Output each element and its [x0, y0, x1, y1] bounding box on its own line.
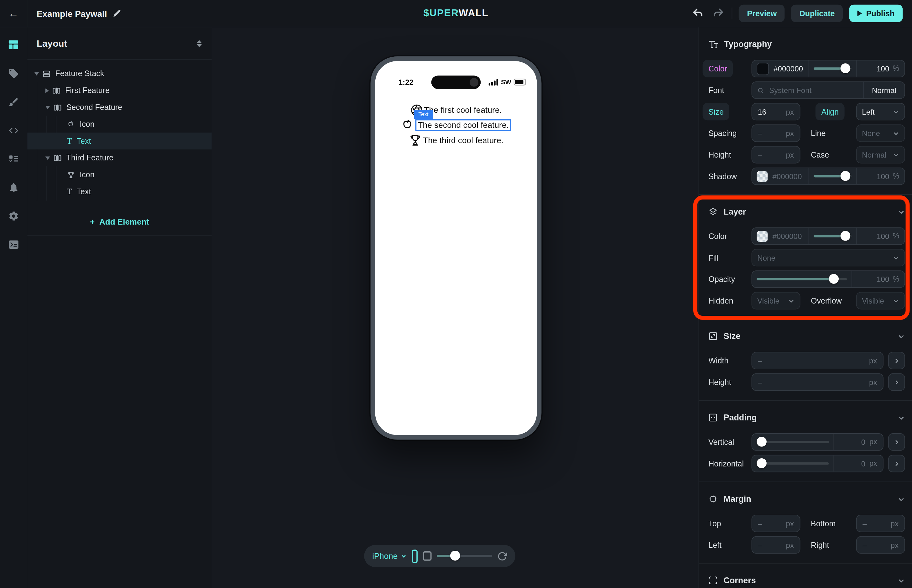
horizontal-padding-slider[interactable]	[752, 456, 833, 472]
zoom-slider[interactable]	[437, 551, 492, 561]
color-alpha-slider[interactable]	[809, 60, 856, 77]
refresh-icon[interactable]	[497, 551, 507, 561]
width-expand-button[interactable]	[888, 352, 905, 369]
opacity-value[interactable]: 100 %	[852, 271, 904, 287]
undo-button[interactable]	[691, 6, 705, 20]
landscape-icon[interactable]	[423, 551, 431, 561]
text-color-label[interactable]: Color	[703, 60, 733, 78]
hidden-dropdown[interactable]: Visible	[752, 292, 801, 310]
padding-section-header[interactable]: Padding	[709, 409, 905, 426]
text-icon: T	[67, 187, 72, 196]
color-swatch[interactable]	[757, 63, 769, 75]
back-arrow-icon: ←	[8, 8, 18, 18]
sidebar-item-layout[interactable]	[3, 35, 23, 55]
font-size-input[interactable]: 16 px	[752, 103, 801, 121]
shadow-alpha-value[interactable]: 100 %	[856, 168, 904, 184]
overflow-dropdown[interactable]: Visible	[856, 292, 905, 310]
sidebar-item-settings[interactable]	[3, 206, 23, 226]
layer-section-header[interactable]: Layer	[709, 204, 905, 220]
height-input[interactable]: – px	[752, 373, 883, 391]
zoom-slider-knob[interactable]	[450, 551, 460, 561]
horizontal-padding-expand-button[interactable]	[888, 455, 905, 472]
margin-right-input[interactable]: – px	[856, 536, 905, 554]
fill-dropdown[interactable]: None	[752, 249, 905, 267]
device-selector[interactable]: iPhone	[372, 551, 406, 561]
sidebar-item-checklist[interactable]	[3, 149, 23, 168]
letter-spacing-input[interactable]: – px	[752, 124, 801, 142]
add-element-button[interactable]: + Add Element	[27, 208, 212, 236]
font-search-field[interactable]	[752, 82, 863, 99]
layer-color-hex-field[interactable]: #000000	[752, 228, 808, 244]
edit-title-pencil-icon[interactable]	[113, 10, 121, 18]
opacity-control: 100 %	[752, 270, 905, 288]
tree-row-first-feature[interactable]: First Feature	[27, 82, 212, 99]
opacity-slider[interactable]	[752, 271, 851, 287]
publish-button[interactable]: Publish	[849, 5, 902, 22]
layout-panel-title: Layout	[37, 38, 67, 48]
size-section-header[interactable]: Size	[709, 328, 905, 344]
back-button[interactable]: ←	[0, 0, 27, 27]
margin-top-input[interactable]: – px	[752, 515, 801, 532]
redo-button[interactable]	[712, 6, 726, 20]
horizontal-padding-value[interactable]: 0 px	[833, 456, 883, 472]
line-height-input[interactable]: – px	[752, 146, 801, 163]
case-dropdown[interactable]: Normal	[856, 146, 905, 163]
preview-button[interactable]: Preview	[739, 5, 785, 22]
margin-bottom-input[interactable]: – px	[856, 515, 905, 532]
vertical-padding-slider[interactable]	[752, 434, 833, 450]
transparent-swatch[interactable]	[757, 231, 768, 242]
font-weight-selector[interactable]: Normal	[863, 82, 904, 99]
font-size-label[interactable]: Size	[703, 103, 730, 121]
transparent-swatch[interactable]	[757, 171, 768, 182]
chevron-down-icon[interactable]	[34, 72, 39, 75]
vertical-padding-expand-button[interactable]	[888, 433, 905, 451]
chevron-down-icon[interactable]	[897, 577, 905, 584]
chevron-down-icon[interactable]	[45, 105, 50, 109]
corners-section-header[interactable]: Corners	[709, 572, 905, 588]
chevron-down-icon[interactable]	[897, 208, 905, 215]
color-alpha-value[interactable]: 100 %	[856, 60, 904, 77]
align-dropdown[interactable]: Left	[856, 103, 905, 121]
chevron-down-icon[interactable]	[897, 414, 905, 422]
sidebar-item-notifications[interactable]	[3, 177, 23, 197]
tree-row-icon-trophy[interactable]: Icon	[27, 166, 212, 183]
margin-section: Margin Top – px Bottom – px Lef	[699, 482, 912, 564]
chevron-down-icon[interactable]	[897, 333, 905, 340]
sidebar-item-console[interactable]	[3, 234, 23, 254]
sidebar-item-theme[interactable]	[3, 92, 23, 111]
color-hex-field[interactable]: #000000	[752, 60, 808, 77]
sidebar-item-code[interactable]	[3, 120, 23, 140]
tree-row-text-selected[interactable]: T Text	[27, 132, 212, 149]
chevron-right-icon[interactable]	[45, 88, 49, 93]
tree-row-text[interactable]: T Text	[27, 183, 212, 200]
tree-row-icon-apple[interactable]: Icon	[27, 116, 212, 132]
margin-section-header[interactable]: Margin	[709, 491, 905, 507]
chevron-down-icon[interactable]	[897, 495, 905, 503]
sidebar-item-products[interactable]	[3, 63, 23, 83]
shadow-hex-field[interactable]: #000000	[752, 168, 808, 184]
duplicate-button[interactable]: Duplicate	[791, 5, 843, 22]
tree-row-second-feature[interactable]: Second Feature	[27, 99, 212, 116]
chevron-down-icon[interactable]	[45, 156, 50, 160]
height-expand-button[interactable]	[888, 373, 905, 391]
layer-color-alpha-slider[interactable]	[809, 228, 856, 244]
tree-row-feature-stack[interactable]: Feature Stack	[27, 65, 212, 82]
bell-icon	[8, 182, 19, 193]
margin-left-input[interactable]: – px	[752, 536, 801, 554]
tree-row-third-feature[interactable]: Third Feature	[27, 149, 212, 166]
shadow-alpha-slider[interactable]	[809, 168, 856, 184]
line-dropdown[interactable]: None	[856, 124, 905, 142]
width-input[interactable]: – px	[752, 352, 883, 369]
portrait-icon[interactable]	[412, 549, 418, 563]
feature-row-second[interactable]: Text The second cool feature.	[401, 118, 511, 132]
align-label[interactable]: Align	[815, 103, 845, 121]
signal-icon	[489, 79, 499, 85]
sort-layers-icon[interactable]	[196, 39, 202, 47]
chevron-down-icon	[893, 130, 899, 136]
vertical-padding-value[interactable]: 0 px	[833, 434, 883, 450]
typography-section-header[interactable]: Typography	[709, 36, 905, 52]
selected-text-element[interactable]: The second cool feature.	[415, 120, 511, 131]
font-search-input[interactable]	[768, 85, 858, 95]
layer-color-alpha-value[interactable]: 100 %	[856, 228, 904, 244]
feature-row-third[interactable]: The third cool feature.	[408, 133, 504, 147]
